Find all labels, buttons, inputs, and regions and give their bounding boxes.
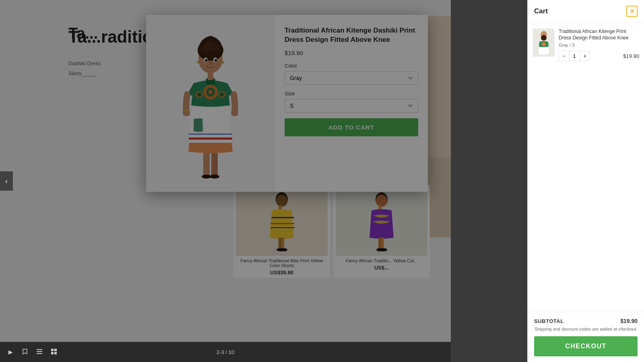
quantity-controls: − 1 + bbox=[559, 51, 590, 61]
cart-item-info: Traditional African Kitenge Print Dress … bbox=[559, 29, 639, 61]
cart-item-qty-row: − 1 + $19.90 bbox=[559, 51, 639, 61]
subtotal-row: SUBTOTAL $19.90 bbox=[534, 318, 638, 324]
cart-header: Cart ✕ bbox=[528, 0, 644, 23]
toolbar-controls: ▶ bbox=[5, 346, 60, 358]
bookmark-icon bbox=[22, 348, 28, 356]
shipping-note: Shipping and discount codes are added at… bbox=[534, 327, 638, 331]
cart-item-price: $19.90 bbox=[623, 53, 639, 59]
grid-view-button[interactable] bbox=[48, 346, 60, 358]
play-button[interactable]: ▶ bbox=[5, 346, 16, 358]
bookmark-button[interactable] bbox=[19, 346, 31, 358]
cart-sidebar: Cart ✕ Traditional African Kitenge Print… bbox=[527, 0, 644, 362]
close-icon: ✕ bbox=[630, 8, 635, 15]
svg-point-61 bbox=[541, 35, 547, 41]
grid-icon bbox=[51, 349, 57, 356]
cart-item: Traditional African Kitenge Print Dress … bbox=[533, 29, 639, 61]
prev-nav-arrow[interactable]: ‹ bbox=[0, 171, 13, 191]
cart-title: Cart bbox=[534, 7, 548, 15]
cart-close-button[interactable]: ✕ bbox=[626, 6, 638, 17]
svg-point-60 bbox=[542, 42, 546, 46]
list-view-button[interactable] bbox=[34, 346, 45, 358]
checkout-button[interactable]: CHECKOUT bbox=[534, 336, 638, 356]
play-icon: ▶ bbox=[8, 349, 13, 355]
svg-rect-30 bbox=[54, 349, 57, 351]
svg-rect-27 bbox=[37, 351, 42, 352]
chevron-left-icon: ‹ bbox=[5, 177, 8, 185]
background-page: Ta...raditional African Kitenge Ta... Da… bbox=[0, 0, 451, 362]
modal-overlay bbox=[0, 0, 451, 362]
bottom-toolbar: ▶ bbox=[0, 342, 451, 362]
cart-item-variant: Gray / S bbox=[559, 43, 639, 47]
page-indicator: 2-3 / 10 bbox=[217, 349, 234, 355]
svg-rect-32 bbox=[54, 352, 57, 354]
subtotal-label: SUBTOTAL bbox=[534, 318, 564, 324]
cart-footer: SUBTOTAL $19.90 Shipping and discount co… bbox=[528, 312, 644, 362]
svg-rect-29 bbox=[51, 349, 54, 351]
cart-item-image bbox=[533, 29, 555, 57]
svg-rect-31 bbox=[51, 352, 54, 354]
subtotal-value: $19.90 bbox=[620, 318, 638, 324]
cart-item-name: Traditional African Kitenge Print Dress … bbox=[559, 29, 639, 41]
quantity-decrease-button[interactable]: − bbox=[559, 51, 569, 61]
svg-rect-28 bbox=[37, 353, 42, 354]
quantity-value: 1 bbox=[569, 51, 580, 61]
svg-rect-26 bbox=[37, 349, 42, 350]
cart-items-list: Traditional African Kitenge Print Dress … bbox=[528, 23, 644, 312]
quantity-increase-button[interactable]: + bbox=[580, 51, 590, 61]
list-icon bbox=[37, 349, 42, 355]
